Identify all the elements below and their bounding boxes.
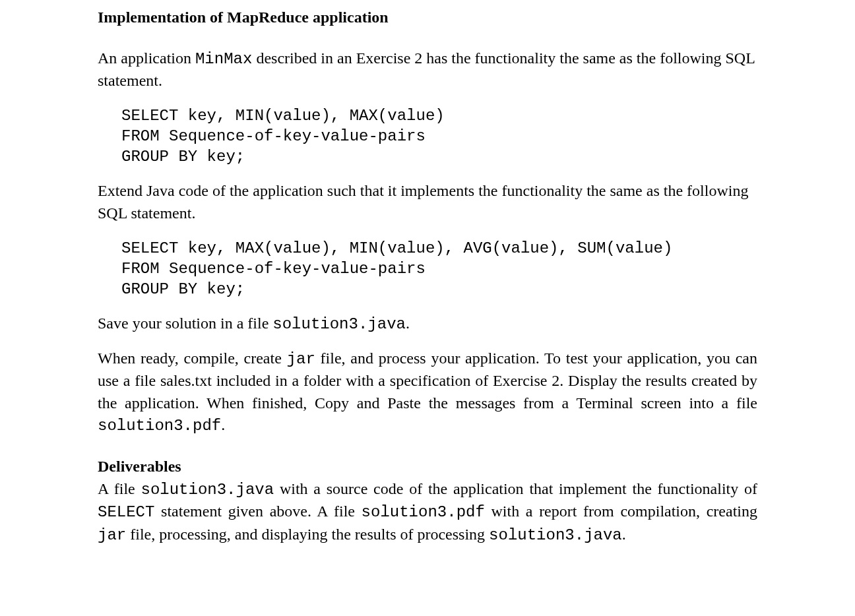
text: with a source code of the application th… <box>274 480 757 497</box>
paragraph-deliverables: A file solution3.java with a source code… <box>98 478 757 547</box>
sql-block-2: SELECT key, MAX(value), MIN(value), AVG(… <box>121 238 757 300</box>
code-inline-select: SELECT <box>98 503 154 521</box>
text: . <box>406 315 410 332</box>
code-inline-minmax: MinMax <box>195 50 252 68</box>
text: file, processing, and displaying the res… <box>126 526 489 543</box>
paragraph-intro: An application MinMax described in an Ex… <box>98 47 757 92</box>
section-title: Implementation of MapReduce application <box>98 7 757 29</box>
text: statement given above. A file <box>154 503 361 520</box>
text: . <box>221 416 225 433</box>
deliverables-heading: Deliverables <box>98 456 757 478</box>
code-inline-solution3-pdf: solution3.pdf <box>362 503 485 521</box>
code-inline-solution3-java: solution3.java <box>489 526 622 544</box>
text: Save your solution in a file <box>98 315 272 332</box>
sql-block-1: SELECT key, MIN(value), MAX(value) FROM … <box>121 106 757 168</box>
code-inline-jar: jar <box>98 526 126 544</box>
text: . <box>622 526 626 543</box>
code-inline-solution3-java: solution3.java <box>272 315 406 333</box>
text: with a report from compilation, creating <box>485 503 757 520</box>
code-inline-solution3-java: solution3.java <box>141 481 274 499</box>
document-page: Implementation of MapReduce application … <box>0 0 855 571</box>
text: A file <box>98 480 141 497</box>
text: An application <box>98 49 195 67</box>
paragraph-compile: When ready, compile, create jar file, an… <box>98 348 757 437</box>
code-inline-solution3-pdf: solution3.pdf <box>98 417 221 435</box>
paragraph-extend: Extend Java code of the application such… <box>98 180 757 224</box>
paragraph-save: Save your solution in a file solution3.j… <box>98 313 757 336</box>
text: When ready, compile, create <box>98 350 287 367</box>
code-inline-jar: jar <box>287 350 315 368</box>
